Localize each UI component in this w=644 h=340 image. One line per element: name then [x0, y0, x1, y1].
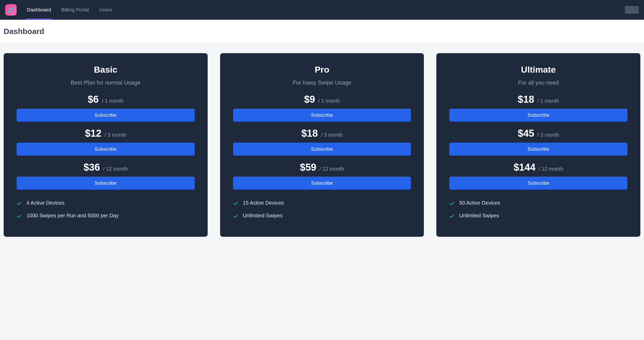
price-period: / 12 month	[103, 166, 128, 172]
feature-text: Unlimited Swipes	[459, 213, 499, 219]
price-period: / 3 month	[105, 132, 126, 138]
nav-links: Dashboard Billing Portal Users	[27, 0, 625, 19]
feature-item: 50 Active Devices	[449, 200, 627, 207]
feature-list: 15 Active Devices Unlimited Swipes	[233, 200, 411, 220]
price-amount: $144	[514, 162, 536, 173]
price-row: $6 / 1 month	[17, 94, 195, 105]
price-row: $59 / 12 month	[233, 162, 411, 173]
price-amount: $12	[85, 128, 101, 139]
plan-tier: $12 / 3 month Subscribe	[17, 128, 195, 156]
price-amount: $18	[518, 94, 534, 105]
page-title: Dashboard	[4, 27, 640, 36]
feature-text: 50 Active Devices	[459, 200, 500, 206]
app-logo[interactable]	[5, 4, 17, 16]
content: Basic Best Plan for normal Usage $6 / 1 …	[0, 43, 644, 247]
nav-users[interactable]: Users	[99, 0, 112, 19]
nav-billing-portal[interactable]: Billing Portal	[61, 0, 89, 19]
price-period: / 12 month	[539, 166, 563, 172]
subscribe-button[interactable]: Subscribe	[17, 177, 195, 190]
check-icon	[449, 214, 454, 220]
plan-tier: $144 / 12 month Subscribe	[449, 162, 627, 190]
price-period: / 1 month	[102, 98, 123, 104]
price-row: $9 / 1 month	[233, 94, 411, 105]
check-icon	[17, 214, 22, 220]
price-amount: $59	[300, 162, 316, 173]
plan-description: For all you need	[449, 79, 627, 86]
subscribe-button[interactable]: Subscribe	[449, 143, 627, 156]
nav-dashboard[interactable]: Dashboard	[27, 0, 51, 19]
navbar: Dashboard Billing Portal Users	[0, 0, 644, 20]
plan-tier: $6 / 1 month Subscribe	[17, 94, 195, 122]
subscribe-button[interactable]: Subscribe	[17, 143, 195, 156]
plan-name: Ultimate	[449, 65, 627, 75]
subscribe-button[interactable]: Subscribe	[449, 109, 627, 122]
price-row: $18 / 3 month	[233, 128, 411, 139]
plan-card-pro: Pro For hawy Swipe Usage $9 / 1 month Su…	[220, 53, 424, 237]
price-amount: $6	[88, 94, 99, 105]
price-period: / 1 month	[318, 98, 340, 104]
plan-tier: $18 / 3 month Subscribe	[233, 128, 411, 156]
price-amount: $45	[518, 128, 534, 139]
plan-name: Basic	[17, 65, 195, 75]
feature-list: 4 Active Devices 1000 Swipes per Run and…	[17, 200, 195, 220]
price-row: $36 / 12 month	[17, 162, 195, 173]
plan-description: For hawy Swipe Usage	[233, 79, 411, 86]
feature-item: Unlimited Swipes	[233, 213, 411, 220]
plan-name: Pro	[233, 65, 411, 75]
plan-tier: $45 / 3 month Subscribe	[449, 128, 627, 156]
check-icon	[449, 201, 454, 207]
feature-item: Unlimited Swipes	[449, 213, 627, 220]
feature-item: 4 Active Devices	[17, 200, 195, 207]
plan-card-ultimate: Ultimate For all you need $18 / 1 month …	[436, 53, 640, 237]
plan-tier: $9 / 1 month Subscribe	[233, 94, 411, 122]
subscribe-button[interactable]: Subscribe	[233, 109, 411, 122]
subscribe-button[interactable]: Subscribe	[449, 177, 627, 190]
feature-text: 15 Active Devices	[243, 200, 284, 206]
price-period: / 1 month	[537, 98, 559, 104]
check-icon	[17, 201, 22, 207]
check-icon	[233, 201, 238, 207]
feature-item: 15 Active Devices	[233, 200, 411, 207]
subscribe-button[interactable]: Subscribe	[233, 177, 411, 190]
price-row: $18 / 1 month	[449, 94, 627, 105]
check-icon	[233, 214, 238, 220]
price-amount: $18	[301, 128, 318, 139]
price-amount: $9	[304, 94, 315, 105]
price-period: / 3 month	[321, 132, 342, 138]
feature-text: 4 Active Devices	[26, 200, 65, 206]
feature-list: 50 Active Devices Unlimited Swipes	[449, 200, 627, 220]
price-row: $12 / 3 month	[17, 128, 195, 139]
plan-description: Best Plan for normal Usage	[17, 79, 195, 86]
feature-item: 1000 Swipes per Run and 5000 per Day	[17, 213, 195, 220]
price-period: / 3 month	[537, 132, 559, 138]
feature-text: Unlimited Swipes	[243, 213, 283, 219]
plan-tier: $36 / 12 month Subscribe	[17, 162, 195, 190]
price-amount: $36	[83, 162, 100, 173]
subscribe-button[interactable]: Subscribe	[233, 143, 411, 156]
price-period: / 12 month	[320, 166, 344, 172]
plan-card-basic: Basic Best Plan for normal Usage $6 / 1 …	[4, 53, 208, 237]
plan-tier: $18 / 1 month Subscribe	[449, 94, 627, 122]
user-menu[interactable]	[625, 6, 639, 14]
price-row: $144 / 12 month	[449, 162, 627, 173]
plan-tier: $59 / 12 month Subscribe	[233, 162, 411, 190]
feature-text: 1000 Swipes per Run and 5000 per Day	[26, 213, 119, 219]
price-row: $45 / 3 month	[449, 128, 627, 139]
subscribe-button[interactable]: Subscribe	[17, 109, 195, 122]
page-header: Dashboard	[0, 20, 644, 43]
swap-arrows-icon	[7, 6, 15, 13]
